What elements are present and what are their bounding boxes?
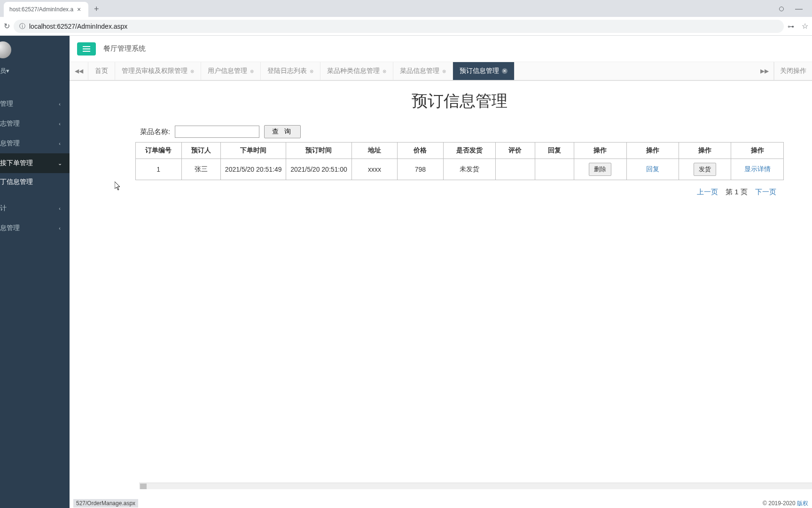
browser-tab-strip: host:62527/AdminIndex.a × + — [0,0,812,17]
chevron-down-icon: ⌄ [57,160,62,167]
main: 餐厅管理系统 ◀◀ 首页 管理员审核及权限管理⊗ 用户信息管理⊗ 登陆日志列表⊗… [70,36,812,508]
search-input[interactable] [175,126,259,138]
tab-label: 登陆日志列表 [267,67,307,75]
th-op4: 操作 [731,143,784,159]
tab-dish-info[interactable]: 菜品信息管理⊗ [393,62,453,80]
sidebar-item-3[interactable]: 接下单管理 ⌄ [0,153,70,173]
chevron-left-icon: ‹ [57,101,62,107]
tabs-scroll-right[interactable]: ▶▶ [755,62,774,80]
app-title: 餐厅管理系统 [103,44,146,53]
sidebar: 员▾ 管理 ‹ 志管理 ‹ 息管理 ‹ 接下单管理 ⌄ 丁信息管理 计 ‹ 息管… [0,36,70,508]
sidebar-item-0[interactable]: 管理 ‹ [0,94,70,114]
tab-label: 菜品信息管理 [400,67,439,75]
th-op1: 操作 [574,143,626,159]
th-reply: 回复 [535,143,574,159]
chevron-left-icon: ‹ [57,225,62,231]
tab-home[interactable]: 首页 [88,62,115,80]
sidebar-item-1[interactable]: 志管理 ‹ [0,114,70,134]
horizontal-scrollbar[interactable] [139,483,812,489]
reply-link[interactable]: 回复 [646,165,659,173]
tab-login-log[interactable]: 登陆日志列表⊗ [261,62,320,80]
close-icon[interactable]: × [77,6,81,13]
scrollbar-thumb[interactable] [140,484,147,489]
avatar[interactable] [0,41,11,58]
reload-icon[interactable]: ↻ [4,22,10,31]
copyright-link[interactable]: 版权 [797,500,808,507]
sidebar-item-2[interactable]: 息管理 ‹ [0,134,70,153]
th-op3: 操作 [679,143,731,159]
pager-prev[interactable]: 上一页 [697,188,718,196]
cell-shipped: 未发货 [443,159,495,180]
close-icon[interactable]: ✕ [502,68,508,74]
tab-dish-category[interactable]: 菜品种类信息管理⊗ [320,62,393,80]
pager-next[interactable]: 下一页 [755,188,776,196]
cell-reply [535,159,574,180]
copyright: © 2019-2020 版权 [763,500,808,508]
key-icon[interactable]: ⊶ [788,23,794,30]
tab-admin-audit[interactable]: 管理员审核及权限管理⊗ [115,62,201,80]
close-icon[interactable]: ⊗ [250,69,254,74]
cell-order-time: 2021/5/20 20:51:49 [221,159,286,180]
tabs-scroll-left[interactable]: ◀◀ [70,62,88,80]
bookmark-star-icon[interactable]: ☆ [802,22,808,31]
detail-link[interactable]: 显示详情 [744,165,771,173]
table-header-row: 订单编号 预订人 下单时间 预订时间 地址 价格 是否发货 评价 回复 操作 操… [136,143,784,159]
th-person: 预订人 [181,143,221,159]
cell-person: 张三 [181,159,221,180]
new-tab-button[interactable]: + [94,4,99,14]
cell-eval [496,159,535,180]
reservation-table: 订单编号 预订人 下单时间 预订时间 地址 价格 是否发货 评价 回复 操作 操… [135,142,784,180]
chevron-left-icon: ‹ [57,141,62,146]
search-row: 菜品名称: 查 询 [140,125,784,138]
sidebar-item-5[interactable]: 息管理 ‹ [0,218,70,238]
pager-current: 第 1 页 [726,188,748,196]
caret-down-icon: ▾ [6,67,9,74]
sidebar-item-label: 计 [0,204,7,213]
status-url: 527/OrderManage.aspx [73,499,138,508]
tab-label: 用户信息管理 [208,67,247,75]
cell-price: 798 [398,159,444,180]
close-icon[interactable]: ⊗ [310,69,313,74]
minimize-icon[interactable]: — [795,5,803,13]
status-bar: 527/OrderManage.aspx © 2019-2020 版权 [70,499,812,508]
search-button[interactable]: 查 询 [264,125,301,138]
user-circle-icon[interactable] [779,5,784,13]
menu-icon [83,48,90,49]
delete-button[interactable]: 删除 [589,163,611,176]
tab-user-info[interactable]: 用户信息管理⊗ [201,62,261,80]
browser-tab[interactable]: host:62527/AdminIndex.a × [4,2,88,17]
user-dropdown[interactable]: 员▾ [0,64,70,83]
tab-reservation[interactable]: 预订信息管理✕ [453,62,515,80]
close-ops-label: 关闭操作 [780,67,806,75]
ship-button[interactable]: 发货 [694,163,716,176]
sidebar-item-label: 息管理 [0,139,20,148]
th-reserve-time: 预订时间 [286,143,351,159]
user-label: 员 [0,67,6,74]
tab-label: 预订信息管理 [460,67,499,75]
topbar: 餐厅管理系统 [70,36,812,62]
tabs-bar: ◀◀ 首页 管理员审核及权限管理⊗ 用户信息管理⊗ 登陆日志列表⊗ 菜品种类信息… [70,62,812,81]
th-order-id: 订单编号 [136,143,182,159]
avatar-wrap [0,36,70,64]
sidebar-item-4[interactable]: 计 ‹ [0,198,70,218]
close-icon[interactable]: ⊗ [190,69,194,74]
menu-button[interactable] [77,42,96,56]
sidebar-item-label: 接下单管理 [0,159,33,167]
close-operations[interactable]: 关闭操作 [774,62,812,80]
sidebar-sub-item[interactable]: 丁信息管理 [0,173,70,191]
th-eval: 评价 [496,143,535,159]
close-icon[interactable]: ⊗ [383,69,386,74]
sidebar-item-label: 志管理 [0,119,20,128]
sidebar-item-label: 管理 [0,100,13,108]
info-icon: ⓘ [19,22,25,31]
th-order-time: 下单时间 [221,143,286,159]
search-label: 菜品名称: [140,127,170,136]
close-icon[interactable]: ⊗ [442,69,446,74]
url-input[interactable]: ⓘ localhost:62527/AdminIndex.aspx [14,20,784,33]
sidebar-item-label: 息管理 [0,224,20,232]
url-text: localhost:62527/AdminIndex.aspx [29,23,127,30]
window-controls: — [779,5,808,13]
chevron-left-icon: ‹ [57,121,62,127]
cell-reserve-time: 2021/5/20 20:51:00 [286,159,351,180]
chevron-left-icon: ‹ [57,206,62,211]
